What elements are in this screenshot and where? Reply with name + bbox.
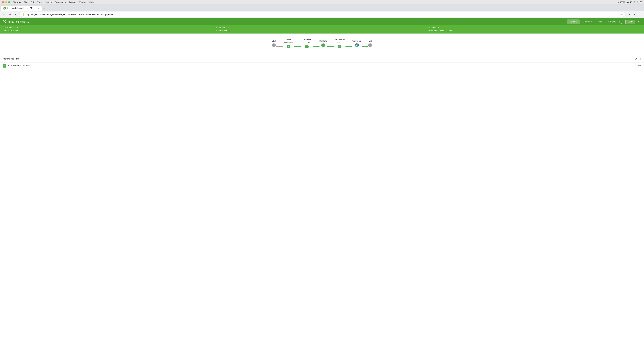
bookmark-star-icon[interactable]: ☆: [621, 13, 623, 16]
step-row[interactable]: ✓ ▶ Archive the artifacts 14s: [0, 62, 644, 69]
tab-tests[interactable]: Tests: [595, 19, 605, 24]
stage-label: Archive site: [352, 40, 362, 42]
forward-button[interactable]: →: [8, 12, 12, 17]
mac-menu-edit[interactable]: Edit: [29, 1, 36, 4]
tab-changes[interactable]: Changes: [580, 19, 594, 24]
tab-title: jenkins / infra/jenkins.io / PR-2...: [8, 7, 36, 9]
stage-connector: [327, 46, 334, 47]
go-to-classic-button[interactable]: ↵: [619, 19, 623, 24]
close-pipeline-button[interactable]: ✕: [636, 19, 641, 24]
close-window-button[interactable]: [2, 1, 4, 3]
mac-status-bar: ◢ 100% Sat 13:12 🔍 ☰: [617, 1, 642, 3]
stage-build-docker-image[interactable]: Build docker image✓: [334, 38, 346, 48]
stage-detail-title: Archive site - 14s: [3, 57, 20, 60]
no-changes-text: No changes: [428, 26, 439, 29]
step-name: Archive the artifacts: [10, 64, 638, 67]
breadcrumb: Infra / jenkins.io 1: [8, 20, 29, 23]
datetime: Sat 13:12: [626, 1, 635, 3]
step-expand-icon[interactable]: ▶: [8, 64, 10, 67]
download-logs-icon[interactable]: ⇩: [639, 57, 641, 60]
profile-button[interactable]: ●: [632, 12, 637, 17]
stage-detail-actions: ↗ ⇩: [635, 57, 641, 60]
url-text: https://ci.jenkins.io/blue/organizations…: [26, 13, 620, 15]
control-center-icon[interactable]: ☰: [640, 1, 642, 3]
breadcrumb-link[interactable]: Infra / jenkins.io: [8, 20, 25, 23]
duration-row: ⏱ 3m 45s: [216, 26, 428, 29]
stage-archive-site[interactable]: Archive site✓: [352, 40, 362, 47]
search-icon[interactable]: 🔍: [636, 1, 639, 3]
pipeline-area: StartClean workspace✓Checkout source✓Bui…: [0, 33, 644, 52]
step-duration: 14s: [638, 64, 641, 67]
stage-connector: [362, 46, 368, 47]
stage-node: ✓: [338, 45, 342, 48]
mac-menu-view[interactable]: View: [36, 1, 43, 4]
stage-checkout-source[interactable]: Checkout source✓: [301, 38, 313, 48]
login-button[interactable]: Login: [626, 19, 635, 24]
mac-menu-history[interactable]: History: [44, 1, 53, 4]
stage-start[interactable]: Start: [272, 40, 276, 47]
minimize-window-button[interactable]: [5, 1, 7, 3]
stage-label: Start: [272, 40, 276, 42]
stage-label: Build site: [320, 40, 327, 42]
chrome-menu-button[interactable]: ⋮: [638, 12, 642, 17]
commit-label: Commit:: [3, 29, 10, 32]
stage-label: Build docker image: [334, 38, 346, 43]
mac-menu-bookmarks[interactable]: Bookmarks: [54, 1, 67, 4]
mac-menu-window[interactable]: Window: [77, 1, 88, 4]
address-bar[interactable]: 🔒 https://ci.jenkins.io/blue/organizatio…: [20, 12, 626, 17]
fullscreen-window-button[interactable]: [8, 1, 10, 3]
stage-connector: [313, 46, 320, 47]
mac-menu: Chrome File Edit View History Bookmarks …: [12, 1, 95, 4]
stage-connector: [276, 46, 282, 47]
tab-artifacts[interactable]: Artifacts: [606, 19, 618, 24]
duration-clock-icon: ⏱: [216, 26, 218, 29]
pipeline-stages: StartClean workspace✓Checkout source✓Bui…: [272, 38, 372, 48]
mac-menu-chrome[interactable]: Chrome: [12, 1, 22, 4]
duration-value: 3m 45s: [218, 26, 225, 29]
external-link-icon[interactable]: ↗: [25, 27, 26, 29]
build-status-icon: ✓: [3, 20, 6, 23]
traffic-lights[interactable]: [2, 1, 10, 3]
chrome-tabbar: J jenkins / infra/jenkins.io / PR-2... ✕…: [0, 5, 644, 11]
pr-link[interactable]: PR-2181: [16, 26, 24, 29]
stage-end[interactable]: End: [368, 40, 372, 47]
stage-node: ✓: [286, 45, 290, 48]
active-browser-tab[interactable]: J jenkins / infra/jenkins.io / PR-2... ✕: [1, 6, 42, 11]
mac-menu-help[interactable]: Help: [88, 1, 95, 4]
stage-node: ✓: [321, 43, 325, 47]
breadcrumb-separator: [26, 20, 27, 23]
stage-detail: Archive site - 14s ↗ ⇩ ✓ ▶ Archive the a…: [0, 55, 644, 69]
pr-description-row: Pull request #2181 opened: [428, 29, 641, 32]
tab-close-button[interactable]: ✕: [37, 7, 40, 9]
tab-favicon: J: [3, 7, 6, 9]
time-ago-value: 8 minutes ago: [218, 29, 231, 32]
stage-node: ✓: [305, 45, 309, 48]
no-changes-row: No changes: [428, 26, 641, 29]
battery-percent: 100%: [620, 1, 625, 3]
commit-value: e2efbec: [11, 29, 18, 32]
stage-clean-workspace[interactable]: Clean workspace✓: [282, 38, 294, 48]
extensions-button[interactable]: ■: [627, 12, 632, 17]
chrome-toolbar-right: ■ ● ⋮: [627, 12, 642, 17]
back-button[interactable]: ←: [2, 12, 6, 17]
tab-pipeline[interactable]: Pipeline: [567, 19, 580, 24]
chrome-addressbar: ← → ↻ 🔒 https://ci.jenkins.io/blue/organ…: [0, 11, 644, 18]
stage-label: End: [368, 40, 372, 42]
pull-request-row: Pull Request: PR-2181 ↗: [3, 26, 216, 29]
jenkins-header: ✓ Infra / jenkins.io 1 Pipeline Changes …: [0, 18, 644, 25]
reload-button[interactable]: ↻: [14, 12, 18, 17]
time-row: ⏱ 8 minutes ago: [216, 29, 428, 32]
mac-menu-file[interactable]: File: [23, 1, 29, 4]
stage-detail-header: Archive site - 14s ↗ ⇩: [0, 55, 644, 62]
wifi-icon: ◢: [617, 1, 618, 3]
open-external-icon[interactable]: ↗: [635, 57, 637, 60]
step-status-check: ✓: [3, 64, 6, 67]
stage-connector: [346, 46, 352, 47]
new-tab-button[interactable]: +: [42, 6, 46, 11]
pr-label: Pull Request:: [3, 26, 14, 29]
stage-node: [272, 43, 276, 47]
mac-menu-people[interactable]: People: [68, 1, 77, 4]
stage-build-site[interactable]: Build site✓: [320, 40, 327, 47]
jenkins-subheader: Pull Request: PR-2181 ↗ ⏱ 3m 45s No chan…: [0, 25, 644, 33]
jenkins-nav-right: Pipeline Changes Tests Artifacts ↵ Login…: [567, 19, 641, 24]
